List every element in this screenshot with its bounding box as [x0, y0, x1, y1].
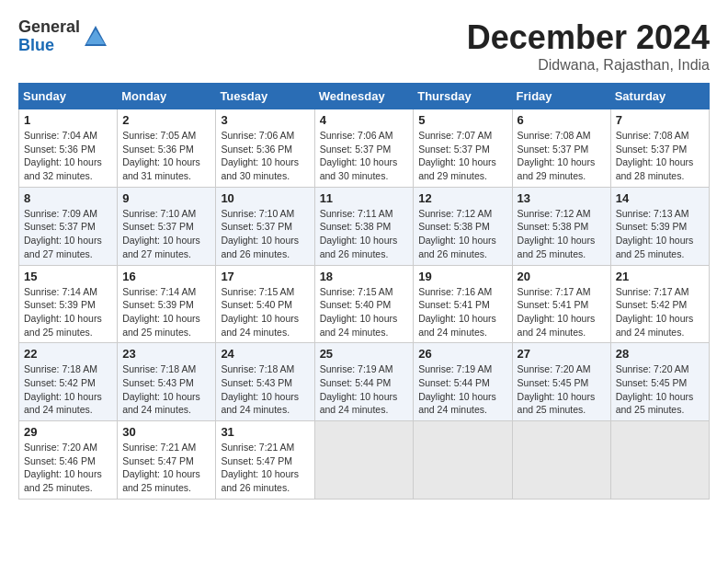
day-info: Sunrise: 7:17 AMSunset: 5:42 PMDaylight:…: [616, 285, 704, 339]
calendar-cell: 9Sunrise: 7:10 AMSunset: 5:37 PMDaylight…: [118, 187, 216, 265]
calendar-cell: 30Sunrise: 7:21 AMSunset: 5:47 PMDayligh…: [118, 421, 216, 500]
day-info: Sunrise: 7:09 AMSunset: 5:37 PMDaylight:…: [24, 207, 112, 261]
day-info: Sunrise: 7:05 AMSunset: 5:36 PMDaylight:…: [122, 129, 210, 183]
calendar-cell: 1Sunrise: 7:04 AMSunset: 5:36 PMDaylight…: [19, 109, 118, 188]
day-number: 26: [418, 347, 506, 361]
week-row-4: 22Sunrise: 7:18 AMSunset: 5:42 PMDayligh…: [19, 343, 710, 421]
calendar-cell: 18Sunrise: 7:15 AMSunset: 5:40 PMDayligh…: [314, 265, 414, 343]
calendar-cell: 3Sunrise: 7:06 AMSunset: 5:36 PMDaylight…: [216, 109, 314, 188]
calendar-cell: 2Sunrise: 7:05 AMSunset: 5:36 PMDaylight…: [118, 109, 216, 188]
day-number: 28: [616, 347, 704, 361]
column-header-thursday: Thursday: [414, 84, 512, 109]
week-row-5: 29Sunrise: 7:20 AMSunset: 5:46 PMDayligh…: [19, 421, 710, 500]
day-number: 25: [320, 347, 409, 361]
day-info: Sunrise: 7:14 AMSunset: 5:39 PMDaylight:…: [24, 285, 112, 339]
calendar-cell: 4Sunrise: 7:06 AMSunset: 5:37 PMDaylight…: [314, 109, 414, 188]
logo-blue: Blue: [18, 37, 80, 55]
column-header-tuesday: Tuesday: [216, 84, 314, 109]
calendar-cell: [610, 421, 709, 500]
day-info: Sunrise: 7:12 AMSunset: 5:38 PMDaylight:…: [418, 207, 506, 261]
calendar-cell: 29Sunrise: 7:20 AMSunset: 5:46 PMDayligh…: [19, 421, 118, 500]
day-info: Sunrise: 7:08 AMSunset: 5:37 PMDaylight:…: [616, 129, 704, 183]
calendar-cell: 12Sunrise: 7:12 AMSunset: 5:38 PMDayligh…: [414, 187, 512, 265]
calendar-cell: 16Sunrise: 7:14 AMSunset: 5:39 PMDayligh…: [118, 265, 216, 343]
day-info: Sunrise: 7:16 AMSunset: 5:41 PMDaylight:…: [418, 285, 506, 339]
column-header-saturday: Saturday: [610, 84, 709, 109]
day-number: 10: [221, 191, 309, 205]
day-info: Sunrise: 7:21 AMSunset: 5:47 PMDaylight:…: [221, 441, 309, 495]
calendar-cell: 11Sunrise: 7:11 AMSunset: 5:38 PMDayligh…: [314, 187, 414, 265]
calendar-table: SundayMondayTuesdayWednesdayThursdayFrid…: [18, 83, 710, 500]
day-number: 31: [221, 425, 309, 439]
day-number: 3: [221, 113, 309, 127]
header-row: SundayMondayTuesdayWednesdayThursdayFrid…: [19, 84, 710, 109]
week-row-3: 15Sunrise: 7:14 AMSunset: 5:39 PMDayligh…: [19, 265, 710, 343]
calendar-cell: 25Sunrise: 7:19 AMSunset: 5:44 PMDayligh…: [314, 343, 414, 421]
calendar-cell: 24Sunrise: 7:18 AMSunset: 5:43 PMDayligh…: [216, 343, 314, 421]
calendar-cell: 28Sunrise: 7:20 AMSunset: 5:45 PMDayligh…: [610, 343, 709, 421]
day-number: 20: [518, 270, 606, 283]
day-info: Sunrise: 7:18 AMSunset: 5:43 PMDaylight:…: [221, 362, 309, 417]
calendar-cell: 8Sunrise: 7:09 AMSunset: 5:37 PMDaylight…: [19, 187, 118, 265]
column-header-friday: Friday: [512, 84, 610, 109]
day-number: 23: [122, 347, 210, 361]
calendar-cell: 14Sunrise: 7:13 AMSunset: 5:39 PMDayligh…: [610, 187, 709, 265]
day-number: 24: [221, 347, 309, 361]
day-info: Sunrise: 7:10 AMSunset: 5:37 PMDaylight:…: [221, 207, 309, 261]
calendar-cell: 17Sunrise: 7:15 AMSunset: 5:40 PMDayligh…: [216, 265, 314, 343]
day-number: 13: [518, 191, 606, 205]
calendar-cell: 20Sunrise: 7:17 AMSunset: 5:41 PMDayligh…: [512, 265, 610, 343]
day-number: 8: [24, 191, 112, 205]
day-info: Sunrise: 7:04 AMSunset: 5:36 PMDaylight:…: [24, 129, 112, 183]
calendar-cell: 22Sunrise: 7:18 AMSunset: 5:42 PMDayligh…: [19, 343, 118, 421]
column-header-monday: Monday: [118, 84, 216, 109]
day-info: Sunrise: 7:14 AMSunset: 5:39 PMDaylight:…: [122, 285, 210, 339]
day-info: Sunrise: 7:13 AMSunset: 5:39 PMDaylight:…: [616, 207, 704, 261]
day-number: 27: [518, 347, 606, 361]
day-info: Sunrise: 7:18 AMSunset: 5:42 PMDaylight:…: [24, 362, 112, 417]
svg-marker-1: [86, 29, 105, 44]
day-info: Sunrise: 7:07 AMSunset: 5:37 PMDaylight:…: [418, 129, 506, 183]
day-number: 5: [418, 113, 506, 127]
calendar-cell: 26Sunrise: 7:19 AMSunset: 5:44 PMDayligh…: [414, 343, 512, 421]
day-number: 29: [24, 425, 112, 439]
week-row-2: 8Sunrise: 7:09 AMSunset: 5:37 PMDaylight…: [19, 187, 710, 265]
day-number: 9: [122, 191, 210, 205]
calendar-cell: 27Sunrise: 7:20 AMSunset: 5:45 PMDayligh…: [512, 343, 610, 421]
day-info: Sunrise: 7:15 AMSunset: 5:40 PMDaylight:…: [221, 285, 309, 339]
day-number: 16: [122, 270, 210, 283]
location-title: Didwana, Rajasthan, India: [467, 57, 710, 74]
logo-text: General Blue: [18, 18, 80, 55]
day-info: Sunrise: 7:12 AMSunset: 5:38 PMDaylight:…: [518, 207, 606, 261]
day-info: Sunrise: 7:21 AMSunset: 5:47 PMDaylight:…: [122, 441, 210, 495]
day-number: 14: [616, 191, 704, 205]
month-title: December 2024: [467, 18, 710, 57]
week-row-1: 1Sunrise: 7:04 AMSunset: 5:36 PMDaylight…: [19, 109, 710, 188]
calendar-cell: 23Sunrise: 7:18 AMSunset: 5:43 PMDayligh…: [118, 343, 216, 421]
day-number: 19: [418, 270, 506, 283]
calendar-cell: 6Sunrise: 7:08 AMSunset: 5:37 PMDaylight…: [512, 109, 610, 188]
day-info: Sunrise: 7:19 AMSunset: 5:44 PMDaylight:…: [418, 362, 506, 417]
column-header-wednesday: Wednesday: [314, 84, 414, 109]
calendar-cell: 31Sunrise: 7:21 AMSunset: 5:47 PMDayligh…: [216, 421, 314, 500]
day-number: 22: [24, 347, 112, 361]
column-header-sunday: Sunday: [19, 84, 118, 109]
day-number: 12: [418, 191, 506, 205]
calendar-cell: 15Sunrise: 7:14 AMSunset: 5:39 PMDayligh…: [19, 265, 118, 343]
day-info: Sunrise: 7:10 AMSunset: 5:37 PMDaylight:…: [122, 207, 210, 261]
day-info: Sunrise: 7:08 AMSunset: 5:37 PMDaylight:…: [518, 129, 606, 183]
day-number: 1: [24, 113, 112, 127]
day-info: Sunrise: 7:17 AMSunset: 5:41 PMDaylight:…: [518, 285, 606, 339]
day-number: 4: [320, 113, 409, 127]
day-info: Sunrise: 7:15 AMSunset: 5:40 PMDaylight:…: [320, 285, 409, 339]
calendar-cell: [512, 421, 610, 500]
day-number: 11: [320, 191, 409, 205]
day-info: Sunrise: 7:11 AMSunset: 5:38 PMDaylight:…: [320, 207, 409, 261]
calendar-cell: 19Sunrise: 7:16 AMSunset: 5:41 PMDayligh…: [414, 265, 512, 343]
calendar-cell: 21Sunrise: 7:17 AMSunset: 5:42 PMDayligh…: [610, 265, 709, 343]
day-info: Sunrise: 7:20 AMSunset: 5:46 PMDaylight:…: [24, 441, 112, 495]
logo-general: General: [18, 18, 80, 37]
logo-icon: [83, 24, 108, 50]
calendar-cell: 13Sunrise: 7:12 AMSunset: 5:38 PMDayligh…: [512, 187, 610, 265]
day-info: Sunrise: 7:06 AMSunset: 5:36 PMDaylight:…: [221, 129, 309, 183]
